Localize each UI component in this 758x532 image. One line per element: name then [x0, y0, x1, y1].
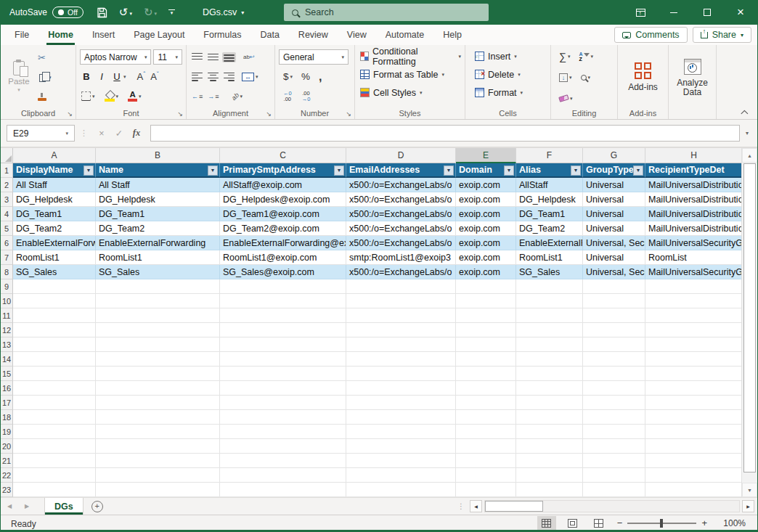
increase-indent-button[interactable]: →≡	[206, 92, 220, 101]
grid-cell[interactable]	[346, 454, 456, 468]
merge-center-button[interactable]: ↔▾	[240, 72, 260, 82]
undo-dropdown-icon[interactable]: ▾	[129, 10, 132, 17]
clear-button[interactable]: ▾	[558, 95, 574, 102]
increase-font-button[interactable]: Aˆ	[136, 70, 147, 83]
grid-cell[interactable]	[516, 308, 583, 323]
paste-button[interactable]: Paste ▾	[4, 47, 33, 107]
table-cell[interactable]: MailUniversalSecurityGroup	[645, 265, 741, 279]
table-cell[interactable]: All Staff	[96, 178, 220, 192]
table-header-cell[interactable]: RecipientTypeDet	[645, 163, 741, 178]
fill-color-button[interactable]: ▾	[103, 91, 121, 102]
grid-cell[interactable]	[583, 279, 645, 294]
table-cell[interactable]: SG_Sales@exoip.com	[220, 265, 346, 279]
grid-cell[interactable]	[96, 468, 220, 483]
grid-cell[interactable]	[456, 425, 516, 439]
align-center-button[interactable]	[206, 72, 220, 82]
grid-cell[interactable]	[645, 483, 741, 497]
grid-cell[interactable]	[346, 308, 456, 323]
table-cell[interactable]: MailUniversalDistributionGroup	[645, 207, 741, 221]
accounting-format-button[interactable]: $▾	[282, 70, 294, 83]
grid-cell[interactable]	[583, 439, 645, 454]
row-header-18[interactable]: 18	[1, 410, 13, 425]
cell-styles-button[interactable]: Cell Styles▾	[359, 83, 461, 102]
row-header-9[interactable]: 9	[1, 279, 13, 294]
align-bottom-button[interactable]	[222, 52, 236, 62]
table-cell[interactable]: DG_Helpdesk@exoip.com	[220, 192, 346, 207]
grid-cell[interactable]	[645, 381, 741, 396]
filter-button[interactable]: ▼	[444, 165, 454, 176]
page-layout-view-button[interactable]	[563, 516, 582, 530]
grid-cell[interactable]	[346, 439, 456, 454]
grid-cell[interactable]	[583, 308, 645, 323]
grid-cell[interactable]	[516, 367, 583, 381]
grid-cell[interactable]	[346, 323, 456, 337]
grid-cell[interactable]	[346, 483, 456, 497]
row-header-3[interactable]: 3	[1, 192, 13, 207]
horizontal-scroll-thumb[interactable]	[485, 501, 543, 512]
table-cell[interactable]: x500:/o=ExchangeLabs/o	[346, 265, 456, 279]
sheet-tab-dgs[interactable]: DGs	[44, 498, 83, 515]
wrap-text-button[interactable]: ab↩	[242, 54, 256, 61]
sort-filter-button[interactable]: AZ▾	[578, 51, 595, 62]
table-cell[interactable]: exoip.com	[456, 221, 516, 236]
grid-cell[interactable]	[13, 425, 96, 439]
grid-cell[interactable]	[220, 425, 346, 439]
grid-cell[interactable]	[516, 425, 583, 439]
table-cell[interactable]: DG_Team1	[13, 207, 96, 221]
filter-button[interactable]: ▼	[83, 165, 94, 176]
zoom-out-button[interactable]: −	[612, 517, 628, 528]
customize-qat-button[interactable]: ▾	[168, 9, 175, 16]
grid-cell[interactable]	[13, 483, 96, 497]
row-header-20[interactable]: 20	[1, 439, 13, 454]
table-cell[interactable]: exoip.com	[456, 236, 516, 250]
format-as-table-dropdown-icon[interactable]: ▾	[441, 72, 444, 78]
italic-button[interactable]: I	[95, 70, 108, 83]
save-icon[interactable]	[97, 7, 107, 18]
grid-cell[interactable]	[346, 425, 456, 439]
autosum-dropdown-icon[interactable]: ▾	[568, 54, 571, 60]
grid-cell[interactable]	[220, 337, 346, 352]
table-cell[interactable]: Universal, SecurityEnabled	[583, 236, 645, 250]
grid-cell[interactable]	[13, 294, 96, 308]
addins-button[interactable]: Add-ins	[622, 47, 664, 107]
table-cell[interactable]: MailUniversalDistributionGroup	[645, 178, 741, 192]
table-cell[interactable]: DG_Team1@exoip.com	[220, 207, 346, 221]
ribbon-display-options-button[interactable]	[624, 0, 657, 25]
column-header-G[interactable]: G	[583, 148, 645, 163]
vertical-scrollbar[interactable]: ▲ ▼	[741, 148, 757, 497]
normal-view-button[interactable]	[537, 516, 556, 530]
row-header-12[interactable]: 12	[1, 323, 13, 337]
grid-cell[interactable]	[645, 279, 741, 294]
table-cell[interactable]: DG_Helpdesk	[13, 192, 96, 207]
grid-cell[interactable]	[13, 439, 96, 454]
column-header-B[interactable]: B	[96, 148, 220, 163]
grid-cell[interactable]	[516, 279, 583, 294]
table-cell[interactable]: SG_Sales	[516, 265, 583, 279]
grid-cell[interactable]	[13, 454, 96, 468]
tab-automate[interactable]: Automate	[376, 25, 434, 45]
grid-cell[interactable]	[13, 396, 96, 410]
format-cells-dropdown-icon[interactable]: ▾	[521, 90, 523, 96]
paste-dropdown-icon[interactable]: ▾	[17, 87, 20, 93]
comma-style-button[interactable]: ,	[317, 72, 323, 82]
grid-cell[interactable]	[220, 308, 346, 323]
grid-cell[interactable]	[220, 468, 346, 483]
bold-button[interactable]: B	[80, 70, 93, 83]
column-header-H[interactable]: H	[645, 148, 741, 163]
insert-cells-dropdown-icon[interactable]: ▾	[514, 54, 517, 60]
row-header-4[interactable]: 4	[1, 207, 13, 221]
grid-cell[interactable]	[645, 308, 741, 323]
font-color-dropdown-icon[interactable]: ▾	[139, 94, 142, 99]
grid-cell[interactable]	[456, 294, 516, 308]
grid-cell[interactable]	[220, 439, 346, 454]
table-cell[interactable]: DG_Team2	[13, 221, 96, 236]
underline-button[interactable]: U▾	[110, 70, 128, 83]
redo-dropdown-icon[interactable]: ▾	[155, 10, 158, 17]
row-header-14[interactable]: 14	[1, 352, 13, 367]
delete-cells-button[interactable]: Delete▾	[473, 65, 547, 83]
format-painter-button[interactable]	[36, 92, 53, 102]
table-cell[interactable]: EnableExternalForwarding	[516, 236, 583, 250]
decrease-indent-button[interactable]: ←≡	[190, 92, 204, 101]
grid-cell[interactable]	[220, 367, 346, 381]
grid-cell[interactable]	[346, 279, 456, 294]
